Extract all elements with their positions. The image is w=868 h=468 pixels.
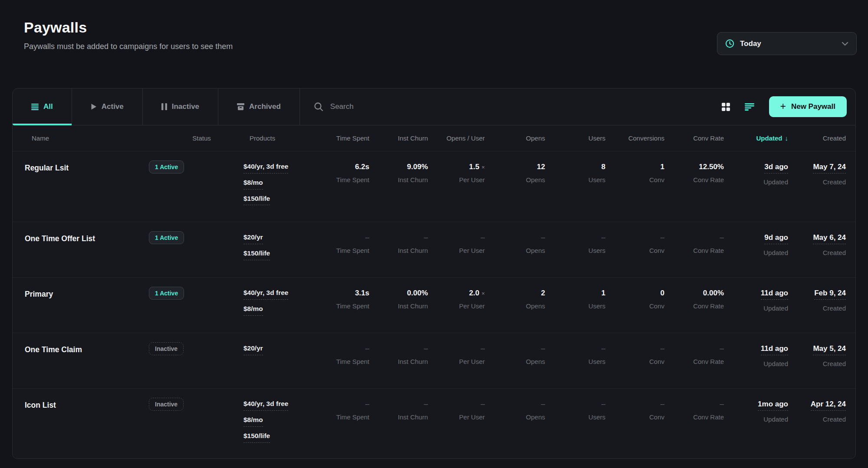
created-value[interactable]: Feb 9, 24 — [814, 289, 846, 300]
metric-label: Per User — [428, 176, 485, 183]
metric-users: –Users — [545, 400, 605, 421]
metric-opens: –Opens — [485, 344, 545, 365]
product-price[interactable]: $8/mo — [243, 416, 263, 427]
metric-value: – — [720, 400, 724, 408]
name-cell: Primary — [20, 289, 149, 299]
status-badge: 1 Active — [149, 231, 184, 244]
metric-value: – — [365, 400, 369, 408]
status-cell: 1 Active — [149, 233, 241, 244]
chevron-down-icon — [842, 42, 848, 46]
date-filter-dropdown[interactable]: Today — [717, 32, 857, 55]
status-badge: Inactive — [149, 398, 184, 411]
product-price[interactable]: $20/yr — [243, 233, 263, 244]
table-row[interactable]: One Time Offer List 1 Active $20/yr$150/… — [13, 222, 855, 277]
metric-label: Time Spent — [311, 413, 369, 421]
metric-label: Opens — [485, 247, 545, 254]
metric-label: Opens — [485, 302, 545, 310]
metric-users: –Users — [545, 344, 605, 365]
status-cell: Inactive — [149, 400, 241, 411]
metric-value: – — [720, 233, 724, 242]
created-value[interactable]: May 6, 24 — [813, 233, 846, 244]
table-row[interactable]: Icon List Inactive $40/yr, 3d free$8/mo$… — [13, 388, 855, 459]
updated-value[interactable]: 11d ago — [761, 289, 788, 300]
metric-label: Conv — [605, 176, 664, 183]
plus-icon: + — [780, 101, 786, 111]
metric-label: Users — [545, 302, 605, 310]
updated-value[interactable]: 9d ago — [764, 233, 788, 244]
table-row[interactable]: Regular Lsit 1 Active $40/yr, 3d free$8/… — [13, 151, 855, 222]
status-cell: 1 Active — [149, 289, 241, 300]
status-badge: 1 Active — [149, 287, 184, 300]
updated-value[interactable]: 1mo ago — [758, 400, 788, 411]
column-header-opens[interactable]: Opens — [485, 134, 545, 142]
metric-per-user: –Per User — [428, 400, 485, 421]
column-header-created[interactable]: Created — [788, 134, 846, 142]
tab-all[interactable]: All — [13, 88, 72, 125]
table-row[interactable]: One Time Claim Inactive $20/yr –Time Spe… — [13, 333, 855, 388]
metric-label: Time Spent — [311, 302, 369, 310]
metric-label: Inst Churn — [369, 176, 428, 183]
metric-label: Users — [545, 247, 605, 254]
metric-value: – — [481, 233, 485, 242]
metric-conv: 0Conv — [605, 289, 664, 310]
product-price[interactable]: $8/mo — [243, 179, 263, 190]
metric-label: Created — [788, 178, 846, 186]
column-header-inst-churn[interactable]: Inst Churn — [369, 134, 428, 142]
column-header-name[interactable]: Name — [20, 134, 149, 142]
product-price[interactable]: $150/life — [243, 432, 270, 443]
product-price[interactable]: $40/yr, 3d free — [243, 163, 288, 173]
column-header-time-spent[interactable]: Time Spent — [311, 134, 369, 142]
created-value[interactable]: May 7, 24 — [813, 163, 846, 173]
table-row[interactable]: Primary 1 Active $40/yr, 3d free$8/mo 3.… — [13, 277, 855, 333]
page-subtitle: Paywalls must be added to campaigns for … — [24, 42, 233, 51]
created-value[interactable]: May 5, 24 — [813, 344, 846, 355]
created-value[interactable]: Apr 12, 24 — [811, 400, 846, 411]
metric-conv: –Conv — [605, 400, 664, 421]
metric-label: Users — [545, 413, 605, 421]
product-price[interactable]: $40/yr, 3d free — [243, 289, 288, 300]
list-view-button[interactable] — [743, 101, 756, 112]
metric-conv-rate: –Conv Rate — [664, 400, 724, 421]
column-header-status[interactable]: Status — [149, 134, 241, 142]
new-paywall-button[interactable]: + New Paywall — [769, 96, 847, 117]
metric-value: – — [720, 344, 724, 353]
table-body: Regular Lsit 1 Active $40/yr, 3d free$8/… — [13, 151, 855, 459]
tab-inactive[interactable]: Inactive — [143, 88, 218, 125]
metric-conv: –Conv — [605, 344, 664, 365]
product-price[interactable]: $150/life — [243, 195, 270, 206]
column-header-conversions[interactable]: Conversions — [605, 134, 664, 142]
metric-value: 0 — [661, 289, 664, 297]
created-cell: May 7, 24Created — [788, 163, 846, 186]
column-header-opens-user[interactable]: Opens / User — [428, 134, 485, 142]
paywall-name: Primary — [25, 290, 53, 298]
metric-label: Opens — [485, 176, 545, 183]
updated-value[interactable]: 11d ago — [761, 344, 788, 355]
column-header-users[interactable]: Users — [545, 134, 605, 142]
play-icon — [91, 103, 97, 110]
metric-per-user: –Per User — [428, 233, 485, 254]
column-header-updated[interactable]: Updated↓ — [724, 134, 788, 142]
tab-active[interactable]: Active — [72, 88, 143, 125]
updated-value[interactable]: 3d ago — [764, 163, 788, 173]
metric-label: Updated — [724, 360, 788, 367]
grid-view-button[interactable] — [720, 101, 732, 113]
metric-label: Conv — [605, 358, 664, 365]
metric-value: 3.1s — [355, 289, 369, 297]
product-price[interactable]: $20/yr — [243, 344, 263, 355]
page-heading-block: Paywalls Paywalls must be added to campa… — [24, 19, 233, 51]
search-bar — [300, 88, 720, 125]
product-price[interactable]: $150/life — [243, 249, 270, 260]
column-header-conv-rate[interactable]: Conv Rate — [664, 134, 724, 142]
column-header-products[interactable]: Products — [241, 134, 311, 142]
created-cell: May 6, 24Created — [788, 233, 846, 256]
search-input[interactable] — [330, 102, 720, 111]
list-lines-icon — [31, 104, 39, 110]
new-paywall-label: New Paywall — [791, 102, 835, 111]
metric-label: Conv Rate — [664, 176, 724, 183]
product-price[interactable]: $40/yr, 3d free — [243, 400, 288, 411]
page-header: Paywalls Paywalls must be added to campa… — [0, 0, 868, 88]
tab-archived[interactable]: Archived — [218, 88, 300, 125]
date-filter-label: Today — [740, 39, 836, 48]
metric-label: Conv — [605, 247, 664, 254]
product-price[interactable]: $8/mo — [243, 305, 263, 316]
